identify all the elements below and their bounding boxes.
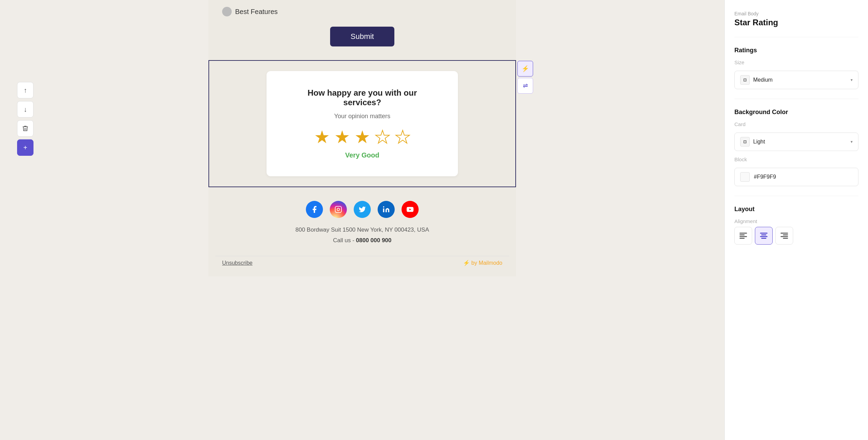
submit-button[interactable]: Submit [330,27,394,46]
background-color-title: Background Color [734,109,858,116]
block-actions: ⚡ ⇌ [517,61,533,94]
size-icon: ⊡ [740,75,750,85]
panel-breadcrumb: Email Body [734,11,858,16]
youtube-icon[interactable] [402,201,419,218]
layout-section: Layout Alignment [734,206,858,245]
panel-header: Email Body Star Rating [734,11,858,27]
star-3[interactable]: ★ [354,128,370,146]
footer-bottom: Unsubscribe ⚡ by Mailmodo [215,256,509,266]
alignment-options [734,227,858,245]
ratings-section: Ratings Size ⊡ Medium ▾ [734,47,858,89]
block-color-swatch [740,172,750,182]
card-color-select[interactable]: ⊡ Light ▾ [734,133,858,151]
size-select[interactable]: ⊡ Medium ▾ [734,71,858,89]
lightning-action-button[interactable]: ⚡ [517,61,533,77]
facebook-icon[interactable] [306,201,323,218]
linkedin-icon[interactable] [378,201,395,218]
svg-rect-13 [783,234,788,235]
block-color-field[interactable]: #F9F9F9 [734,168,858,186]
card-chevron-icon: ▾ [851,139,853,144]
star-5[interactable]: ★ [395,128,411,146]
block-field-label: Block [734,156,858,162]
twitter-icon[interactable] [354,201,371,218]
star-2[interactable]: ★ [334,128,350,146]
survey-section: Best Features Submit [208,0,516,60]
best-features-label: Best Features [235,8,278,16]
size-value: Medium [753,77,847,83]
right-panel: Email Body Star Rating Ratings Size ⊡ Me… [724,0,868,440]
size-field-group: Size ⊡ Medium ▾ [734,59,858,89]
block-color-value: #F9F9F9 [754,174,776,180]
divider-3 [734,196,858,196]
svg-rect-15 [783,238,788,239]
star-question: How happy are you with our services? [294,88,431,107]
instagram-icon[interactable] [330,201,347,218]
social-icons [306,201,419,218]
size-chevron-icon: ▾ [851,78,853,82]
svg-rect-10 [760,236,768,237]
block-color-field-group: Block #F9F9F9 [734,156,858,186]
svg-rect-12 [781,233,788,234]
card-color-value: Light [753,139,847,145]
svg-rect-6 [740,236,747,237]
svg-rect-0 [335,206,341,212]
mailmodo-brand: ⚡ by Mailmodo [463,260,502,266]
svg-rect-9 [761,234,767,235]
footer-section: 800 Bordway Suit 1500 New York, NY 00042… [208,187,516,276]
svg-rect-4 [740,233,747,234]
canvas-area: Best Features Submit ⚡ ⇌ How happy are y… [0,0,724,440]
star-rating-block: ⚡ ⇌ How happy are you with our services?… [208,60,516,187]
svg-rect-11 [761,238,767,239]
ratings-section-title: Ratings [734,47,858,54]
delete-button[interactable] [17,120,33,137]
card-icon: ⊡ [740,137,750,147]
survey-circle-icon [222,7,232,16]
card-color-field-group: Card ⊡ Light ▾ [734,121,858,151]
card-field-label: Card [734,121,858,127]
stars-row: ★ ★ ★ ★ ★ [314,128,411,146]
alignment-field-label: Alignment [734,218,858,224]
svg-rect-8 [760,233,768,234]
svg-point-2 [383,206,384,208]
divider-2 [734,99,858,99]
swap-action-button[interactable]: ⇌ [517,78,533,94]
move-down-button[interactable]: ↓ [17,101,33,118]
background-color-section: Background Color Card ⊡ Light ▾ Block #F… [734,109,858,186]
layout-section-title: Layout [734,206,858,213]
email-preview: Best Features Submit ⚡ ⇌ How happy are y… [208,0,516,276]
svg-rect-14 [781,236,788,237]
star-subtitle: Your opinion matters [334,113,390,120]
star-1[interactable]: ★ [314,128,330,146]
align-center-button[interactable] [755,227,773,245]
align-left-button[interactable] [734,227,752,245]
divider-1 [734,37,858,37]
left-toolbar: ↑ ↓ + [17,82,33,156]
move-up-button[interactable]: ↑ [17,82,33,98]
star-rating-label: Very Good [345,151,379,159]
unsubscribe-link[interactable]: Unsubscribe [222,260,253,266]
size-field-label: Size [734,59,858,65]
survey-top: Best Features [222,7,278,16]
svg-rect-5 [740,234,745,235]
star-4[interactable]: ★ [375,128,391,146]
svg-rect-7 [740,238,745,239]
footer-address: 800 Bordway Suit 1500 New York, NY 00042… [296,225,429,246]
star-rating-inner: How happy are you with our services? You… [209,61,515,187]
add-block-button[interactable]: + [17,139,33,156]
star-card: How happy are you with our services? You… [267,71,458,176]
panel-title: Star Rating [734,18,858,27]
align-right-button[interactable] [775,227,793,245]
